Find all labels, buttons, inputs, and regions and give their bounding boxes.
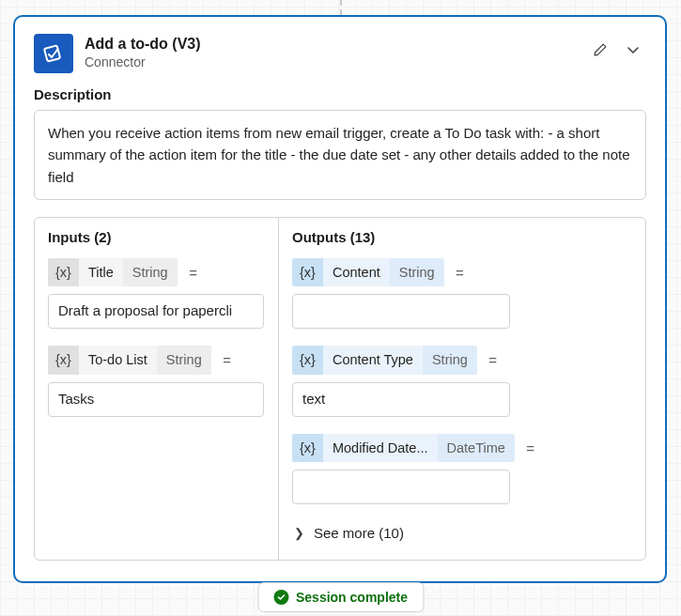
input-param-title[interactable]: {x} Title String: [48, 258, 178, 287]
description-label: Description: [34, 86, 646, 102]
variable-icon: {x}: [292, 346, 323, 375]
card-title-block: Add a to-do (V3) Connector: [85, 34, 579, 70]
edit-button[interactable]: [590, 39, 611, 60]
param-type: String: [423, 346, 477, 375]
equals-sign: =: [488, 352, 497, 368]
equals-sign: =: [223, 352, 231, 368]
param-name: To-do List: [79, 346, 157, 375]
input-value-todolist[interactable]: Tasks: [48, 382, 264, 417]
output-value-content[interactable]: [292, 294, 510, 329]
inputs-column: Inputs (2) {x} Title String = Draft a pr…: [35, 218, 279, 561]
see-more-button[interactable]: ❯ See more (10): [292, 521, 406, 545]
description-text: When you receive action items from new e…: [34, 110, 646, 200]
see-more-label: See more (10): [314, 525, 404, 541]
param-name: Modified Date...: [323, 434, 438, 463]
output-param-modifieddate[interactable]: {x} Modified Date... DateTime: [292, 434, 515, 463]
variable-icon: {x}: [48, 346, 79, 375]
equals-sign: =: [456, 265, 464, 281]
chevron-right-icon: ❯: [294, 526, 304, 540]
chevron-down-icon: [626, 42, 641, 57]
card-title: Add a to-do (V3): [85, 35, 579, 54]
equals-sign: =: [526, 440, 534, 456]
card-actions: [590, 34, 646, 60]
io-container: Inputs (2) {x} Title String = Draft a pr…: [34, 217, 646, 562]
session-status-label: Session complete: [296, 590, 408, 605]
session-status-pill: Session complete: [257, 582, 424, 612]
card-subtitle: Connector: [85, 54, 579, 70]
variable-icon: {x}: [292, 434, 323, 463]
outputs-heading: Outputs (13): [292, 229, 632, 245]
variable-icon: {x}: [48, 258, 79, 287]
variable-icon: {x}: [292, 258, 323, 287]
outputs-column: Outputs (13) {x} Content String = {x} Co…: [279, 218, 645, 561]
output-param-content[interactable]: {x} Content String: [292, 258, 444, 287]
equals-sign: =: [189, 265, 197, 281]
card-header: Add a to-do (V3) Connector: [34, 34, 646, 73]
param-type: String: [123, 258, 178, 287]
action-card[interactable]: Add a to-do (V3) Connector Description W…: [13, 15, 667, 583]
inputs-heading: Inputs (2): [48, 229, 265, 245]
svg-rect-0: [44, 45, 60, 61]
param-type: String: [157, 346, 211, 375]
input-value-title[interactable]: Draft a proposal for papercli: [48, 294, 264, 329]
collapse-button[interactable]: [624, 40, 642, 59]
output-value-contenttype[interactable]: text: [292, 382, 510, 417]
input-param-todolist[interactable]: {x} To-do List String: [48, 346, 211, 375]
output-value-modifieddate[interactable]: [292, 470, 510, 504]
connector-line-top: [340, 0, 342, 15]
pencil-icon: [592, 41, 609, 58]
check-circle-icon: [273, 590, 288, 605]
param-name: Content Type: [323, 346, 423, 375]
output-param-contenttype[interactable]: {x} Content Type String: [292, 346, 477, 375]
param-type: String: [390, 258, 444, 287]
param-name: Content: [323, 258, 390, 287]
todo-app-icon: [34, 34, 73, 73]
param-type: DateTime: [438, 434, 515, 463]
param-name: Title: [79, 258, 123, 287]
